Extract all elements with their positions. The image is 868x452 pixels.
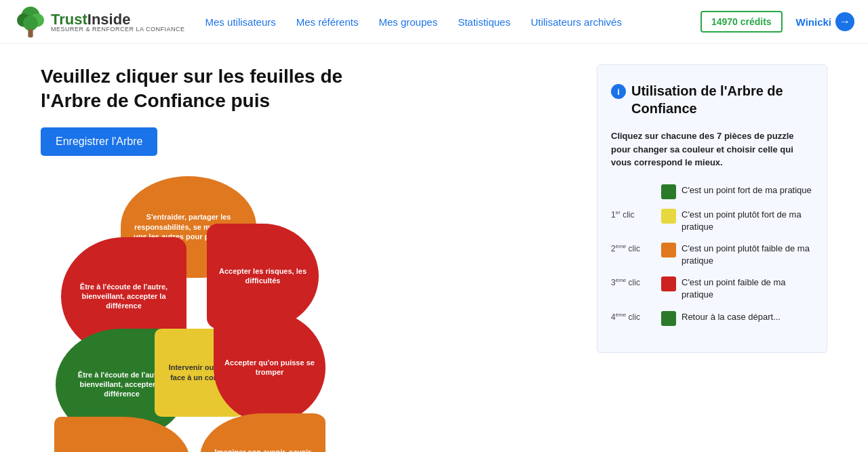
legend-text-1: C'est un point plutôt fort de ma pratiqu… — [682, 209, 813, 233]
puzzle-piece-top-right-text: Accepter les risques, les difficultés — [214, 266, 312, 286]
page-title: Veuillez cliquer sur les feuilles de l'A… — [41, 64, 393, 114]
logout-icon[interactable]: → — [835, 12, 854, 31]
legend-text-3: C'est un point faible de ma pratique — [682, 276, 813, 301]
svg-rect-4 — [28, 29, 33, 37]
legend-item-4: 4ème clic Retour à la case départ... — [611, 311, 813, 326]
info-icon: i — [611, 84, 626, 99]
legend-text-2: C'est un point plutôt faible de ma prati… — [682, 243, 813, 267]
legend-click-1: 1er clic — [611, 209, 658, 221]
main-nav: Mes utilisateurs Mes référents Mes group… — [205, 16, 701, 28]
info-panel-title: Utilisation de l'Arbre de Confiance — [631, 82, 813, 117]
logo-sub: MESURER & RENFORCER LA CONFIANCE — [51, 26, 185, 33]
username: Winicki — [796, 16, 831, 28]
logo-tree-icon — [14, 5, 47, 39]
legend-click-2: 2ème clic — [611, 243, 658, 255]
info-panel: i Utilisation de l'Arbre de Confiance Cl… — [597, 64, 827, 353]
nav-mes-groupes[interactable]: Mes groupes — [378, 16, 437, 28]
legend-click-3: 3ème clic — [611, 276, 658, 289]
legend-swatch-4 — [661, 311, 676, 326]
legend-click-0 — [611, 184, 658, 196]
legend-click-4: 4ème clic — [611, 311, 658, 323]
logo-text-area: TrustInside MESURER & RENFORCER LA CONFI… — [51, 11, 185, 33]
puzzle-piece-bot-right[interactable]: Imaginer son avenir, savoir pardonner — [200, 413, 326, 452]
main-content: Veuillez cliquer sur les feuilles de l'A… — [0, 44, 868, 452]
puzzle-piece-mid-right-text: Accepter qu'on puisse se tromper — [220, 358, 319, 377]
left-panel: Veuillez cliquer sur les feuilles de l'A… — [41, 64, 570, 452]
legend-text-4: Retour à la case départ... — [682, 311, 813, 323]
legend-swatch-3 — [661, 276, 676, 291]
legend-swatch-0 — [661, 184, 676, 199]
legend-text-0: C'est un point fort de ma pratique — [682, 184, 813, 197]
legend-item-2: 2ème clic C'est un point plutôt faible d… — [611, 243, 813, 267]
save-tree-button[interactable]: Enregistrer l'Arbre — [41, 127, 157, 156]
svg-point-3 — [23, 16, 38, 30]
nav-mes-utilisateurs[interactable]: Mes utilisateurs — [205, 16, 276, 28]
nav-archives[interactable]: Utilisateurs archivés — [531, 16, 622, 28]
nav-statistiques[interactable]: Statistiques — [458, 16, 511, 28]
tree-container: S'entraider, partager les responsabilité… — [41, 176, 332, 452]
legend-swatch-2 — [661, 243, 676, 258]
legend-item-0: C'est un point fort de ma pratique — [611, 184, 813, 199]
info-description: Cliquez sur chacune des 7 pièces de puzz… — [611, 129, 813, 169]
header: TrustInside MESURER & RENFORCER LA CONFI… — [0, 0, 868, 44]
user-area: Winicki → — [796, 12, 854, 31]
legend-item-3: 3ème clic C'est un point faible de ma pr… — [611, 276, 813, 301]
puzzle-piece-mid-right[interactable]: Accepter qu'on puisse se tromper — [214, 312, 326, 424]
legend-item-1: 1er clic C'est un point plutôt fort de m… — [611, 209, 813, 233]
nav-mes-referents[interactable]: Mes référents — [296, 16, 359, 28]
puzzle-piece-bot-right-text: Imaginer son avenir, savoir pardonner — [207, 447, 319, 452]
logo: TrustInside MESURER & RENFORCER LA CONFI… — [14, 5, 185, 39]
credits-button[interactable]: 14970 crédits — [701, 11, 783, 33]
puzzle-piece-top-left-text: Être à l'écoute de l'autre, bienveillant… — [68, 282, 180, 311]
info-title-area: i Utilisation de l'Arbre de Confiance — [611, 82, 813, 117]
legend-swatch-1 — [661, 209, 676, 224]
